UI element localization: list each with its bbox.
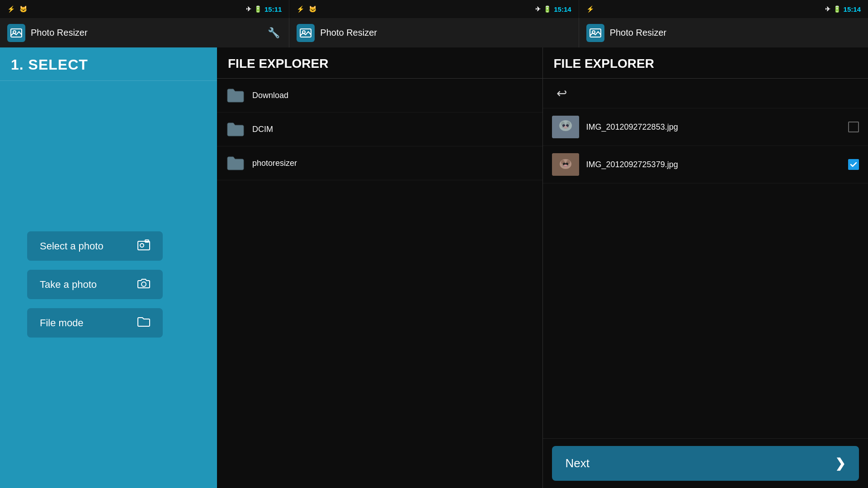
svg-point-16: [564, 126, 567, 129]
usb-icon-1: ⚡: [7, 5, 15, 13]
explorer-title-2: FILE EXPLORER: [554, 56, 654, 70]
file-checkbox-2[interactable]: [848, 159, 859, 170]
folder-item-download[interactable]: Download: [217, 79, 542, 113]
battery-icon-1: 🔋: [254, 5, 262, 13]
select-photo-label: Select a photo: [40, 240, 104, 252]
folder-item-dcim[interactable]: DCIM: [217, 113, 542, 146]
folder-icon-dcim: [226, 120, 245, 139]
time-3: 15:14: [844, 5, 861, 13]
next-button[interactable]: Next ❯: [552, 446, 859, 481]
explorer-file-list: ↩ IMG_2012092722853.jpg: [543, 79, 868, 438]
status-right-2: ✈ 🔋 15:14: [535, 5, 571, 13]
status-bar-3: ⚡ ✈ 🔋 15:14: [579, 0, 868, 18]
app-title-1: Photo Resizer: [31, 28, 88, 38]
folder-icon-photoresizer: [226, 154, 245, 173]
back-arrow-icon: ↩: [557, 86, 567, 101]
plane-icon-1: ✈: [246, 5, 251, 13]
svg-point-11: [559, 120, 572, 131]
file-mode-label: File mode: [40, 317, 84, 329]
folder-name-download: Download: [252, 91, 533, 100]
file-item-1[interactable]: IMG_2012092722853.jpg: [543, 108, 868, 146]
app-icon-1: [7, 24, 25, 42]
file-name-1: IMG_2012092722853.jpg: [586, 122, 843, 132]
status-left-1: ⚡ 🐱: [7, 5, 27, 13]
status-left-2: ⚡ 🐱: [297, 5, 316, 13]
take-photo-button[interactable]: Take a photo: [27, 270, 163, 299]
take-photo-label: Take a photo: [40, 279, 97, 291]
select-panel: 1. SELECT Select a photo Take a photo: [0, 47, 217, 488]
status-left-3: ⚡: [586, 5, 594, 13]
explorer-header-2: FILE EXPLORER: [543, 47, 868, 79]
next-label: Next: [566, 456, 590, 470]
folder-item-photoresizer[interactable]: photoresizer: [217, 146, 542, 180]
folder-name-dcim: DCIM: [252, 125, 533, 134]
file-mode-button[interactable]: File mode: [27, 308, 163, 338]
chevron-right-icon: ❯: [835, 456, 845, 471]
time-2: 15:14: [554, 5, 571, 13]
next-btn-container: Next ❯: [543, 438, 868, 488]
camera-icon: [137, 278, 150, 291]
svg-point-7: [140, 244, 144, 247]
app-icon-2: [297, 24, 315, 42]
usb-icon-3: ⚡: [586, 5, 594, 13]
svg-point-23: [564, 164, 567, 167]
usb-icon-2: ⚡: [297, 5, 304, 13]
svg-point-9: [142, 282, 146, 286]
main-content: 1. SELECT Select a photo Take a photo: [0, 47, 868, 488]
file-thumbnail-1: [552, 116, 579, 138]
explorer-header-1: FILE EXPLORER: [217, 47, 542, 79]
title-bar-1: Photo Resizer 🔧: [0, 18, 289, 47]
plane-icon-3: ✈: [825, 5, 830, 13]
status-bar-1: ⚡ 🐱 ✈ 🔋 15:11: [0, 0, 289, 18]
folder-icon-download: [226, 86, 245, 105]
select-panel-header: 1. SELECT: [0, 47, 217, 81]
wrench-icon[interactable]: 🔧: [268, 27, 280, 39]
file-item-2[interactable]: IMG_2012092725379.jpg: [543, 146, 868, 183]
cat-icon-2: 🐱: [309, 5, 316, 13]
folder-icon-btn: [137, 316, 150, 329]
file-name-2: IMG_2012092725379.jpg: [586, 160, 843, 169]
title-bar-2: Photo Resizer: [289, 18, 579, 47]
explorer-title-1: FILE EXPLORER: [228, 56, 328, 70]
select-photo-button[interactable]: Select a photo: [27, 231, 163, 261]
file-thumbnail-2: [552, 153, 579, 176]
select-photo-icon: [137, 239, 150, 253]
select-panel-buttons: Select a photo Take a photo: [0, 81, 217, 488]
status-bars-row: ⚡ 🐱 ✈ 🔋 15:11 ⚡ 🐱 ✈ 🔋 15:14 ⚡ ✈ 🔋 15:14: [0, 0, 868, 18]
app-icon-3: [586, 24, 604, 42]
plane-icon-2: ✈: [535, 5, 541, 13]
status-right-3: ✈ 🔋 15:14: [825, 5, 861, 13]
back-button[interactable]: ↩: [543, 79, 868, 108]
title-bar-3: Photo Resizer: [579, 18, 868, 47]
app-title-3: Photo Resizer: [610, 28, 667, 38]
title-bars-row: Photo Resizer 🔧 Photo Resizer Photo Resi…: [0, 18, 868, 47]
cat-icon-1: 🐱: [19, 5, 27, 13]
status-bar-2: ⚡ 🐱 ✈ 🔋 15:14: [289, 0, 579, 18]
file-explorer-panel-2: FILE EXPLORER ↩: [543, 47, 868, 488]
select-panel-title: 1. SELECT: [11, 56, 88, 73]
explorer-folder-list: Download DCIM photoresizer: [217, 79, 542, 488]
app-title-2: Photo Resizer: [320, 28, 377, 38]
time-1: 15:11: [264, 5, 282, 13]
battery-icon-2: 🔋: [543, 5, 551, 13]
status-right-1: ✈ 🔋 15:11: [246, 5, 282, 13]
file-explorer-panel-1: FILE EXPLORER Download DCIM: [217, 47, 543, 488]
folder-name-photoresizer: photoresizer: [252, 159, 533, 168]
battery-icon-3: 🔋: [833, 5, 841, 13]
file-checkbox-1[interactable]: [848, 122, 859, 132]
